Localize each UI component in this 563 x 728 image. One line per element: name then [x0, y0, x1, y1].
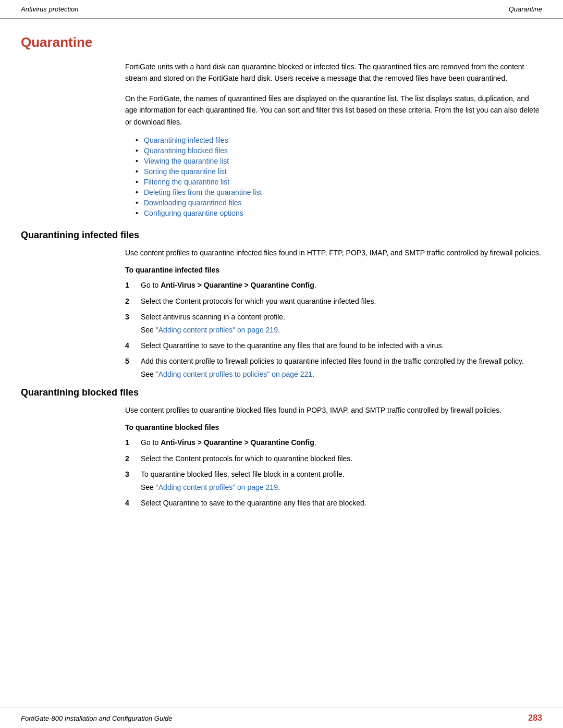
- step-number-0-1: 1: [125, 279, 141, 291]
- step-1-4: 4 Select Quarantine to save to the quara…: [125, 497, 542, 509]
- intro-paragraph-2: On the FortiGate, the names of quarantin…: [125, 93, 542, 128]
- section-intro-1: Use content profiles to quarantine block…: [125, 404, 542, 416]
- step-0-2: 2 Select the Content protocols for which…: [125, 295, 542, 307]
- toc-item-6: Downloading quarantined files: [136, 199, 542, 207]
- step-content-0-4: Select Quarantine to save to the quarant…: [141, 340, 542, 351]
- toc-item-0: Quarantining infected files: [136, 136, 542, 144]
- step-number-0-2: 2: [125, 295, 141, 307]
- step-0-4: 4 Select Quarantine to save to the quara…: [125, 340, 542, 351]
- toc-link-4[interactable]: Filtering the quarantine list: [144, 178, 229, 186]
- footer-left: FortiGate-800 Installation and Configura…: [21, 714, 173, 722]
- step-sub-1-3: See "Adding content profiles" on page 21…: [141, 482, 542, 493]
- toc-item-5: Deleting files from the quarantine list: [136, 188, 542, 196]
- step-sub-0-5: See "Adding content profiles to policies…: [141, 368, 542, 380]
- toc-link-7[interactable]: Configuring quarantine options: [144, 209, 243, 217]
- step-bold-0-1: Anti-Virus > Quarantine > Quarantine Con…: [161, 281, 314, 289]
- step-link-1-3[interactable]: "Adding content profiles" on page 219: [156, 483, 278, 491]
- step-1-3: 3 To quarantine blocked files, select fi…: [125, 468, 542, 493]
- toc-list: Quarantining infected files Quarantining…: [136, 136, 542, 217]
- step-content-1-2: Select the Content protocols for which t…: [141, 453, 542, 464]
- section-heading-0: Quarantining infected files: [21, 230, 542, 241]
- toc-link-2[interactable]: Viewing the quarantine list: [144, 157, 229, 165]
- step-content-1-3: To quarantine blocked files, select file…: [141, 468, 542, 493]
- step-number-1-4: 4: [125, 497, 141, 509]
- toc-item-4: Filtering the quarantine list: [136, 178, 542, 186]
- header-left: Antivirus protection: [21, 5, 79, 13]
- step-number-1-3: 3: [125, 468, 141, 493]
- toc-item-1: Quarantining blocked files: [136, 146, 542, 155]
- steps-list-1: 1 Go to Anti-Virus > Quarantine > Quaran…: [125, 437, 542, 509]
- footer-right: 283: [528, 713, 542, 723]
- step-0-1: 1 Go to Anti-Virus > Quarantine > Quaran…: [125, 279, 542, 291]
- step-number-1-1: 1: [125, 437, 141, 448]
- sub-heading-1: To quarantine blocked files: [125, 423, 542, 431]
- step-number-0-5: 5: [125, 355, 141, 380]
- step-link-0-5[interactable]: "Adding content profiles to policies" on…: [156, 370, 312, 378]
- step-0-5: 5 Add this content profile to firewall p…: [125, 355, 542, 380]
- step-content-1-1: Go to Anti-Virus > Quarantine > Quaranti…: [141, 437, 542, 448]
- section-intro-0: Use content profiles to quarantine infec…: [125, 247, 542, 258]
- section-heading-1: Quarantining blocked files: [21, 387, 542, 398]
- step-number-1-2: 2: [125, 453, 141, 464]
- step-bold-1-1: Anti-Virus > Quarantine > Quarantine Con…: [161, 438, 314, 447]
- step-content-0-3: Select antivirus scanning in a content p…: [141, 311, 542, 336]
- steps-list-0: 1 Go to Anti-Virus > Quarantine > Quaran…: [125, 279, 542, 380]
- sub-heading-0: To quarantine infected files: [125, 266, 542, 274]
- toc-link-6[interactable]: Downloading quarantined files: [144, 199, 242, 207]
- step-0-3: 3 Select antivirus scanning in a content…: [125, 311, 542, 336]
- step-number-0-4: 4: [125, 340, 141, 351]
- step-link-0-3[interactable]: "Adding content profiles" on page 219: [156, 326, 278, 334]
- step-content-0-1: Go to Anti-Virus > Quarantine > Quaranti…: [141, 279, 542, 291]
- footer-bar: FortiGate-800 Installation and Configura…: [0, 708, 563, 728]
- page-title: Quarantine: [21, 34, 542, 51]
- step-sub-0-3: See "Adding content profiles" on page 21…: [141, 324, 542, 336]
- header-right: Quarantine: [509, 5, 542, 13]
- toc-link-5[interactable]: Deleting files from the quarantine list: [144, 188, 262, 196]
- toc-link-1[interactable]: Quarantining blocked files: [144, 146, 228, 155]
- toc-link-3[interactable]: Sorting the quarantine list: [144, 167, 227, 176]
- step-1-2: 2 Select the Content protocols for which…: [125, 453, 542, 464]
- page-container: Antivirus protection Quarantine Quaranti…: [0, 0, 563, 728]
- step-content-0-5: Add this content profile to firewall pol…: [141, 355, 542, 380]
- toc-item-3: Sorting the quarantine list: [136, 167, 542, 176]
- content-area: Quarantine FortiGate units with a hard d…: [0, 34, 563, 509]
- step-1-1: 1 Go to Anti-Virus > Quarantine > Quaran…: [125, 437, 542, 448]
- step-content-1-4: Select Quarantine to save to the quarant…: [141, 497, 542, 509]
- step-number-0-3: 3: [125, 311, 141, 336]
- toc-item-2: Viewing the quarantine list: [136, 157, 542, 165]
- toc-item-7: Configuring quarantine options: [136, 209, 542, 217]
- toc-link-0[interactable]: Quarantining infected files: [144, 136, 228, 144]
- header-bar: Antivirus protection Quarantine: [0, 0, 563, 19]
- intro-paragraph-1: FortiGate units with a hard disk can qua…: [125, 61, 542, 84]
- step-content-0-2: Select the Content protocols for which y…: [141, 295, 542, 307]
